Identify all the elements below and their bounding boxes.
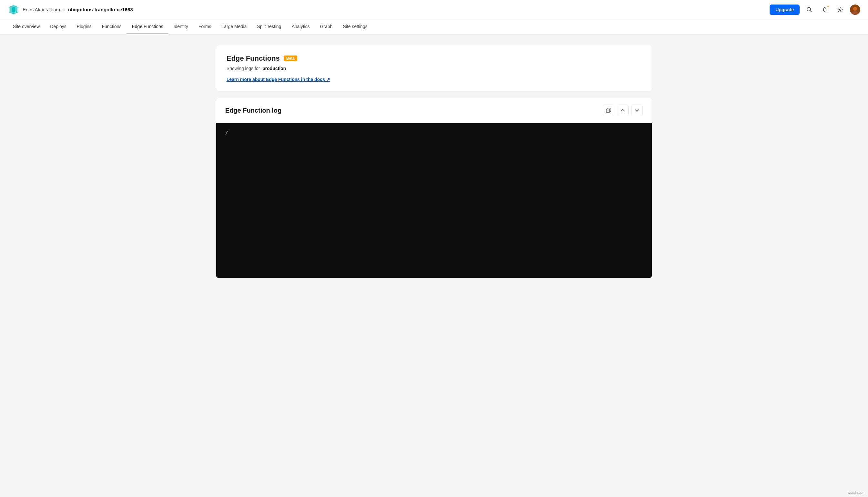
svg-point-10 [840,9,841,10]
main-content: Edge Functions Beta Showing logs for pro… [208,34,660,288]
page-title: Edge Functions [227,54,280,62]
nav-functions[interactable]: Functions [97,19,127,34]
nav-analytics[interactable]: Analytics [287,19,315,34]
site-name[interactable]: ubiquitous-frangollo-ce1668 [68,7,133,12]
nav-forms[interactable]: Forms [193,19,217,34]
arrow-up-icon [621,108,625,113]
header-right: Upgrade [770,4,860,15]
notifications-button[interactable] [819,4,830,15]
copy-log-button[interactable] [603,104,614,116]
bell-icon [822,7,828,13]
nav-identity[interactable]: Identity [169,19,193,34]
subtitle-prefix: Showing logs for [227,66,260,71]
svg-line-8 [810,10,812,12]
card-subtitle: Showing logs for production [227,66,641,71]
nav-large-media[interactable]: Large Media [217,19,252,34]
log-terminal[interactable]: / [216,123,652,278]
breadcrumb-arrow: › [63,7,65,12]
avatar-image [850,4,860,15]
gear-icon [837,7,843,13]
nav-site-settings[interactable]: Site settings [338,19,373,34]
search-button[interactable] [804,4,815,15]
team-name: Enes Akar's team [23,7,60,12]
nav-deploys[interactable]: Deploys [45,19,72,34]
docs-link[interactable]: Learn more about Edge Functions in the d… [227,77,330,82]
search-icon [806,7,812,13]
log-content: / [225,131,228,136]
header: Enes Akar's team › ubiquitous-frangollo-… [0,0,868,19]
svg-marker-2 [12,7,15,13]
log-title: Edge Function log [225,107,281,114]
nav-site-overview[interactable]: Site overview [8,19,45,34]
nav-graph[interactable]: Graph [315,19,338,34]
nav-split-testing[interactable]: Split Testing [252,19,286,34]
scroll-down-button[interactable] [631,104,643,116]
upgrade-button[interactable]: Upgrade [770,4,800,15]
notification-dot [827,5,829,8]
settings-button[interactable] [835,4,846,15]
subtitle-env: production [262,66,286,71]
scroll-up-button[interactable] [617,104,628,116]
nav-plugins[interactable]: Plugins [72,19,97,34]
log-card: Edge Function log [216,98,652,278]
nav-edge-functions[interactable]: Edge Functions [127,19,168,34]
log-header: Edge Function log [216,98,652,123]
log-controls [603,104,643,116]
header-left: Enes Akar's team › ubiquitous-frangollo-… [8,4,766,15]
avatar[interactable] [850,4,860,15]
card-title-row: Edge Functions Beta [227,54,641,62]
beta-badge: Beta [284,56,297,61]
copy-icon [606,108,611,113]
arrow-down-icon [635,108,639,113]
svg-point-12 [853,7,857,11]
netlify-logo [8,4,19,15]
main-nav: Site overview Deploys Plugins Functions … [0,19,868,34]
info-card: Edge Functions Beta Showing logs for pro… [216,45,652,91]
